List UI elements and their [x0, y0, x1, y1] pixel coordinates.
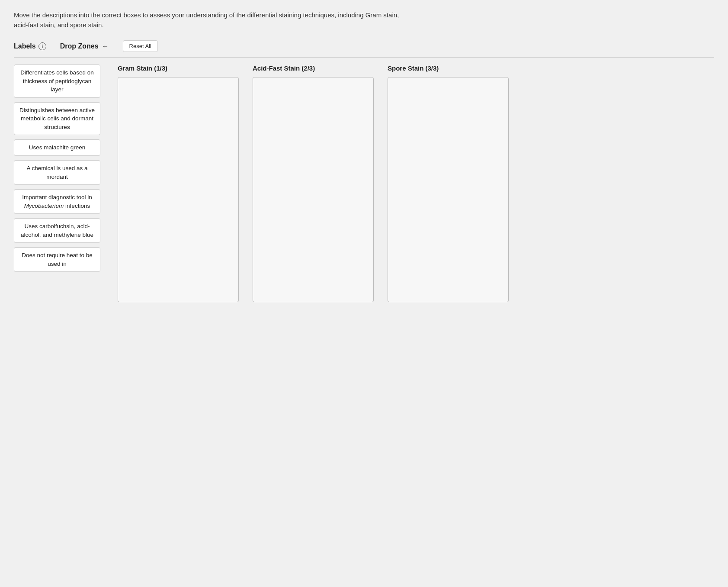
main-content: Differentiates cells based on thickness …	[14, 65, 714, 302]
label-card-1[interactable]: Differentiates cells based on thickness …	[14, 65, 100, 98]
drop-zones-heading: Drop Zones	[60, 42, 99, 50]
reset-all-button[interactable]: Reset All	[123, 40, 158, 52]
gram-stain-zone-container: Gram Stain (1/3)	[118, 65, 239, 302]
spore-stain-zone-container: Spore Stain (3/3)	[388, 65, 509, 302]
label-card-6[interactable]: Uses carbolfuchsin, acid-alcohol, and me…	[14, 218, 100, 243]
label-card-3[interactable]: Uses malachite green	[14, 139, 100, 156]
label-card-4[interactable]: A chemical is used as a mordant	[14, 160, 100, 185]
labels-heading: Labels	[14, 42, 36, 50]
drop-zones-column: Gram Stain (1/3) Acid-Fast Stain (2/3) S…	[118, 65, 714, 302]
acid-fast-stain-drop-zone[interactable]	[253, 77, 374, 302]
acid-fast-stain-zone-container: Acid-Fast Stain (2/3)	[253, 65, 374, 302]
section-header: Labels i Drop Zones ← Reset All	[14, 40, 714, 58]
info-icon[interactable]: i	[38, 42, 46, 50]
labels-section-label: Labels i	[14, 42, 46, 50]
labels-column: Differentiates cells based on thickness …	[14, 65, 100, 272]
acid-fast-stain-title: Acid-Fast Stain (2/3)	[253, 65, 374, 72]
label-card-5[interactable]: Important diagnostic tool in Mycobacteri…	[14, 189, 100, 214]
gram-stain-title: Gram Stain (1/3)	[118, 65, 239, 72]
spore-stain-title: Spore Stain (3/3)	[388, 65, 509, 72]
arrow-left-icon: ←	[102, 42, 109, 50]
instructions-text: Move the descriptions into the correct b…	[14, 10, 403, 30]
gram-stain-drop-zone[interactable]	[118, 77, 239, 302]
drop-zones-section-label: Drop Zones ←	[60, 42, 109, 50]
label-card-7[interactable]: Does not require heat to be used in	[14, 247, 100, 272]
label-card-2[interactable]: Distinguishes between active metabolic c…	[14, 102, 100, 135]
spore-stain-drop-zone[interactable]	[388, 77, 509, 302]
